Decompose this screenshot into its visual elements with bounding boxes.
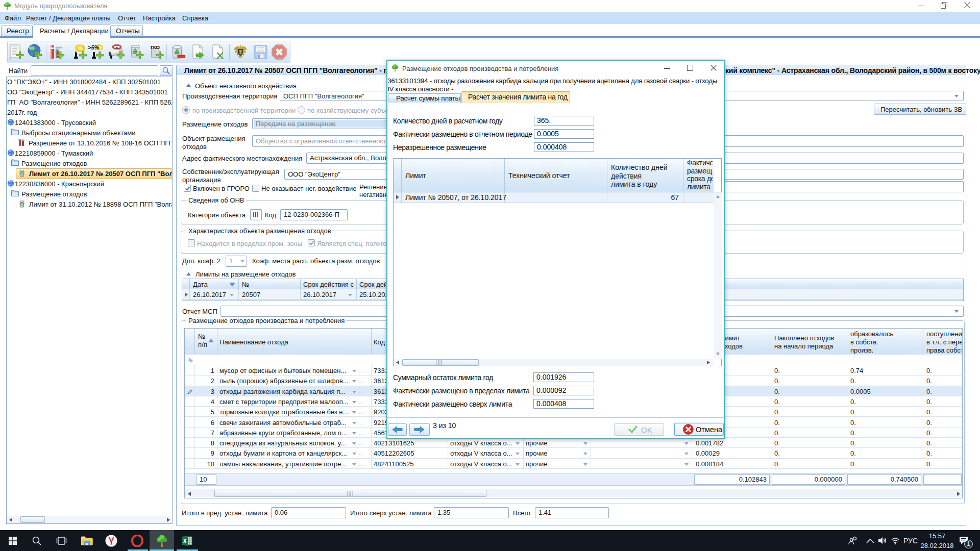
- svg-text:>5%: >5%: [88, 44, 100, 51]
- svg-text:ТКО: ТКО: [150, 44, 160, 50]
